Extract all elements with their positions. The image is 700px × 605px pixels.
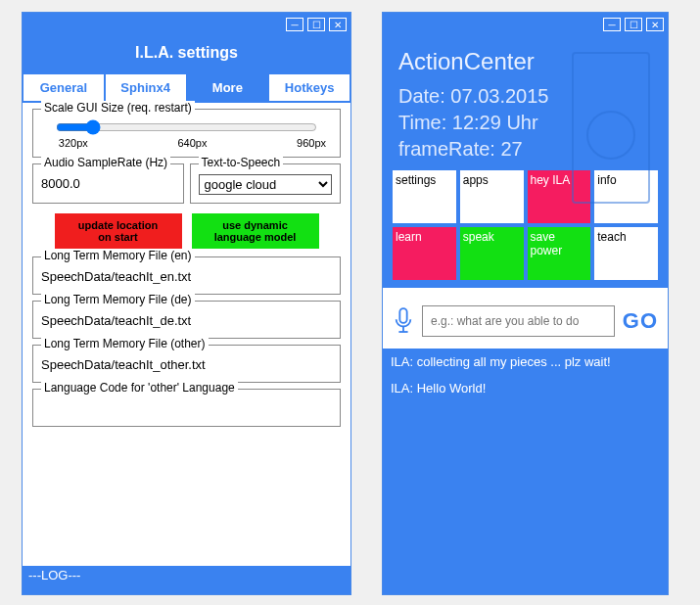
maximize-icon[interactable]: ☐ xyxy=(307,18,325,31)
tab-general[interactable]: General xyxy=(23,73,105,101)
actioncenter-window: ─ ☐ ✕ ActionCenter Date: 07.03.2015 Time… xyxy=(382,12,669,595)
samplerate-fieldset: Audio SampleRate (Hz) xyxy=(32,163,184,204)
tab-hotkeys[interactable]: Hotkeys xyxy=(268,73,350,101)
log-footer: ---LOG--- xyxy=(23,566,350,594)
log-line: ILA: Hello World! xyxy=(391,381,660,396)
tab-sphinx4[interactable]: Sphinx4 xyxy=(105,73,187,101)
tts-fieldset: Text-to-Speech google cloud xyxy=(190,163,342,204)
update-location-button[interactable]: update location on start xyxy=(55,213,182,249)
ltm-other-input[interactable] xyxy=(41,355,332,374)
microphone-icon[interactable] xyxy=(393,306,414,336)
tile-speak[interactable]: speak xyxy=(460,227,524,280)
scale-gui-legend: Scale GUI Size (req. restart) xyxy=(41,101,195,115)
ltm-de-fieldset: Long Term Memory File (de) xyxy=(32,301,341,339)
close-icon[interactable]: ✕ xyxy=(329,18,347,31)
ltm-en-fieldset: Long Term Memory File (en) xyxy=(32,256,341,295)
settings-content: Scale GUI Size (req. restart) 320px 640p… xyxy=(23,103,350,433)
titlebar: ─ ☐ ✕ xyxy=(23,13,350,36)
log-area: ILA: collecting all my pieces ... plz wa… xyxy=(383,349,668,594)
ltm-de-legend: Long Term Memory File (de) xyxy=(41,293,195,306)
titlebar: ─ ☐ ✕ xyxy=(383,13,668,36)
tile-learn[interactable]: learn xyxy=(393,227,456,280)
ltm-other-fieldset: Long Term Memory File (other) xyxy=(32,345,341,383)
scale-slider[interactable] xyxy=(56,119,317,135)
minimize-icon[interactable]: ─ xyxy=(286,18,303,31)
tab-more[interactable]: More xyxy=(187,73,269,101)
log-line: ILA: collecting all my pieces ... plz wa… xyxy=(391,354,660,369)
tts-legend: Text-to-Speech xyxy=(199,156,284,169)
go-button[interactable]: GO xyxy=(623,308,658,334)
input-bar: GO xyxy=(383,288,668,349)
command-input[interactable] xyxy=(422,305,615,337)
ltm-other-legend: Long Term Memory File (other) xyxy=(41,337,209,350)
tick-640: 640px xyxy=(177,137,207,149)
ltm-en-input[interactable] xyxy=(41,267,332,286)
close-icon[interactable]: ✕ xyxy=(646,18,664,31)
dynamic-lang-model-button[interactable]: use dynamic language model xyxy=(192,213,319,249)
scale-gui-fieldset: Scale GUI Size (req. restart) 320px 640p… xyxy=(32,109,341,158)
settings-window: ─ ☐ ✕ I.L.A. settings General Sphinx4 Mo… xyxy=(22,12,351,595)
ltm-de-input[interactable] xyxy=(41,311,332,330)
lang-code-legend: Language Code for 'other' Language xyxy=(41,381,238,395)
tile-save-power[interactable]: save power xyxy=(528,227,591,280)
phone-graphic-icon xyxy=(572,52,650,204)
lang-code-fieldset: Language Code for 'other' Language xyxy=(32,389,341,427)
ltm-en-legend: Long Term Memory File (en) xyxy=(41,249,195,262)
tts-select[interactable]: google cloud xyxy=(199,174,333,195)
slider-ticks: 320px 640px 960px xyxy=(59,137,326,149)
minimize-icon[interactable]: ─ xyxy=(603,18,621,31)
actioncenter-panel: ActionCenter Date: 07.03.2015 Time: 12:2… xyxy=(383,36,668,288)
samplerate-legend: Audio SampleRate (Hz) xyxy=(41,156,170,169)
tick-960: 960px xyxy=(297,137,326,149)
lang-code-input[interactable] xyxy=(41,399,332,418)
tile-apps[interactable]: apps xyxy=(460,170,524,223)
tile-teach[interactable]: teach xyxy=(594,227,658,280)
tile-settings[interactable]: settings xyxy=(393,170,456,223)
svg-rect-0 xyxy=(399,308,406,323)
tick-320: 320px xyxy=(59,137,88,149)
maximize-icon[interactable]: ☐ xyxy=(625,18,642,31)
tab-bar: General Sphinx4 More Hotkeys xyxy=(23,73,350,103)
samplerate-input[interactable] xyxy=(41,174,175,193)
window-title: I.L.A. settings xyxy=(23,36,350,73)
